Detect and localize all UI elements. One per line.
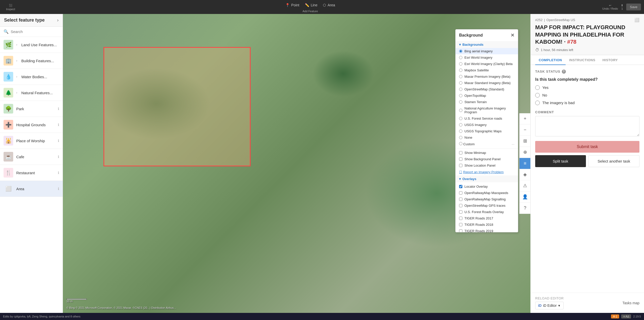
geolocate-button[interactable]: ⊕ xyxy=(519,147,530,158)
account-button[interactable]: 👤 xyxy=(519,191,530,203)
task-expand-icon[interactable]: ⬜ xyxy=(634,18,639,22)
submit-task-button[interactable]: Submit task xyxy=(535,141,639,153)
feature-item-restaurant[interactable]: 🍴 Restaurant ℹ xyxy=(0,165,63,181)
tiger2018-checkbox[interactable]: TIGER Roads 2018 xyxy=(456,221,518,228)
tasks-map-link[interactable]: Tasks map xyxy=(622,301,639,305)
bg-esri-clarity[interactable]: Esri World Imagery (Clarity) Beta xyxy=(456,61,518,67)
custom-options-icon[interactable]: ··· xyxy=(512,142,514,146)
area-button[interactable]: ⬡ Area xyxy=(320,2,338,9)
area-info[interactable]: ℹ xyxy=(58,187,59,191)
inspect-label: Inspect xyxy=(6,8,15,11)
save-button[interactable]: Save xyxy=(626,4,641,10)
bg-osm-standard[interactable]: OpenStreetMap (Standard) xyxy=(456,86,518,92)
task-hashtag: #78 xyxy=(567,39,577,45)
help-button[interactable]: ? xyxy=(519,203,530,214)
option-no[interactable]: No xyxy=(535,93,639,98)
map-area[interactable]: + − ⊞ ⊕ ≡ ◈ ⚠ 👤 ? © Bing © 2021 Microsof… xyxy=(63,14,530,313)
layers-button[interactable]: ≡ xyxy=(519,158,530,169)
split-task-button[interactable]: Split task xyxy=(535,155,586,167)
bg-maxar-standard[interactable]: Maxar Standard Imagery (Beta) xyxy=(456,80,518,86)
bg-stamen[interactable]: Stamen Terrain xyxy=(456,99,518,105)
osm-gps-checkbox[interactable]: OpenStreetMap GPS traces xyxy=(456,202,518,209)
task-status-info-icon[interactable]: ? xyxy=(562,70,566,74)
zoom-out-button[interactable]: − xyxy=(519,124,530,136)
show-minimap-checkbox[interactable]: Show Minimap xyxy=(456,150,518,156)
select-another-button[interactable]: Select another task xyxy=(588,155,640,167)
bg-mapbox[interactable]: Mapbox Satellite xyxy=(456,67,518,73)
feature-item-worship[interactable]: 🕌 Place of Worship ℹ xyxy=(0,133,63,149)
usf-overlay-checkbox[interactable]: U.S. Forest Roads Overlay xyxy=(456,209,518,215)
restaurant-info[interactable]: ℹ xyxy=(58,171,59,175)
building-icon: 🏢 xyxy=(4,56,13,66)
option-yes[interactable]: Yes xyxy=(535,85,639,90)
area-label: Area xyxy=(327,3,335,7)
bg-maxar-premium[interactable]: Maxar Premium Imagery (Beta) xyxy=(456,73,518,80)
status-bar: Edits by cpligovka, lyft, Zeng Sheng, qu… xyxy=(0,313,644,320)
openrailway-max-checkbox[interactable]: OpenRailwayMap Maxspeeds xyxy=(456,190,518,196)
tab-instructions[interactable]: INSTRUCTIONS xyxy=(566,55,599,65)
comment-textarea[interactable] xyxy=(535,116,639,136)
inspect-button[interactable]: ⬛ Inspect xyxy=(3,2,18,12)
water-label: Water Bodies... xyxy=(21,75,59,79)
status-version: 2.19.5 xyxy=(633,315,641,318)
worship-info[interactable]: ℹ xyxy=(58,139,59,143)
tab-history[interactable]: HISTORY xyxy=(599,55,621,65)
feature-item-land-use[interactable]: 🌿 › Land Use Features... xyxy=(0,37,63,53)
feature-item-park[interactable]: 🌳 Park ℹ xyxy=(0,101,63,117)
editor-select[interactable]: iD iD Editor ▾ xyxy=(535,302,564,309)
task-number: #252 xyxy=(535,18,543,22)
bg-custom[interactable]: Custom ··· xyxy=(456,141,518,147)
bg-usfs[interactable]: U.S. Forest Service roads xyxy=(456,115,518,122)
hospital-info[interactable]: ℹ xyxy=(58,123,59,127)
show-bg-panel-checkbox[interactable]: Show Background Panel xyxy=(456,156,518,162)
bg-backgrounds-section[interactable]: ▾ Backgrounds xyxy=(456,41,518,48)
issues-button[interactable]: ⚠ xyxy=(519,180,530,191)
report-imagery-link[interactable]: ☐ Report an Imagery Problem xyxy=(456,169,518,175)
task-org: OpenStreetMap US xyxy=(546,18,575,22)
tiger2017-checkbox[interactable]: TIGER Roads 2017 xyxy=(456,215,518,221)
search-input[interactable] xyxy=(11,29,59,34)
bg-bing[interactable]: Bing aerial imagery xyxy=(456,48,518,54)
point-button[interactable]: 📍 Point xyxy=(283,2,302,9)
line-button[interactable]: ✏️ Line xyxy=(302,2,320,9)
toolbar-left: ⬛ Inspect xyxy=(3,2,18,12)
sidebar-close-arrow[interactable]: › xyxy=(57,18,59,23)
bg-overlays-section[interactable]: ▾ Overlays xyxy=(456,175,518,182)
tab-completion[interactable]: COMPLETION xyxy=(535,55,566,65)
bg-none[interactable]: None xyxy=(456,134,518,141)
left-sidebar: Select feature type › 🔍 🌿 › Land Use Fea… xyxy=(0,14,63,313)
toolbar-right: ↩ Undo / Redo ⬆ 1 Save xyxy=(602,4,641,10)
area-label: Area xyxy=(16,187,55,191)
hospital-icon: ➕ xyxy=(4,120,13,130)
add-feature-row: 📍 Point ✏️ Line ⬡ Area xyxy=(283,2,338,9)
bg-naip[interactable]: National Agriculture Imagery Program xyxy=(456,105,518,115)
bg-usgs[interactable]: USGS Imagery xyxy=(456,122,518,128)
feature-item-area[interactable]: ⬜ Area ℹ xyxy=(0,181,63,197)
option-bad-imagery[interactable]: The imagery is bad xyxy=(535,101,639,105)
tiger2019-checkbox[interactable]: TIGER Roads 2019 xyxy=(456,228,518,232)
bg-panel-header: Background ✕ xyxy=(456,29,518,41)
feature-item-building[interactable]: 🏢 › Building Features... xyxy=(0,53,63,69)
feature-item-hospital[interactable]: ➕ Hospital Grounds ℹ xyxy=(0,117,63,133)
bg-usgs-topo[interactable]: USGS Topographic Maps xyxy=(456,128,518,134)
locator-overlay-checkbox[interactable]: Locator Overlay xyxy=(456,183,518,190)
bg-opentopomap[interactable]: OpenTopoMap xyxy=(456,92,518,99)
cafe-info[interactable]: ℹ xyxy=(58,155,59,159)
park-info[interactable]: ℹ xyxy=(58,107,59,111)
openrailway-sig-checkbox[interactable]: OpenRailwayMap Signalling xyxy=(456,196,518,202)
fit-bounds-button[interactable]: ⊞ xyxy=(519,136,530,147)
map-data-button[interactable]: ◈ xyxy=(519,169,530,180)
overlays-list: Locator Overlay OpenRailwayMap Maxspeeds… xyxy=(456,182,518,232)
show-location-checkbox[interactable]: Show Location Panel xyxy=(456,162,518,169)
toolbar: ⬛ Inspect 📍 Point ✏️ Line ⬡ Area Add Fea… xyxy=(0,0,644,14)
bg-panel-close-button[interactable]: ✕ xyxy=(511,33,514,38)
zoom-in-button[interactable]: + xyxy=(519,113,530,124)
feature-item-water[interactable]: 💧 › Water Bodies... xyxy=(0,69,63,85)
scale-label: 10 m xyxy=(66,300,73,303)
feature-item-natural[interactable]: 🌲 › Natural Features... xyxy=(0,85,63,101)
undo-redo-button[interactable]: ↩ Undo / Redo xyxy=(602,4,618,10)
add-feature-section: 📍 Point ✏️ Line ⬡ Area Add Feature xyxy=(283,2,338,13)
task-meta: #252 | OpenStreetMap US ⬜ xyxy=(535,18,639,22)
bg-esri-world[interactable]: Esri World Imagery xyxy=(456,54,518,61)
feature-item-cafe[interactable]: ☕ Cafe ℹ xyxy=(0,149,63,165)
